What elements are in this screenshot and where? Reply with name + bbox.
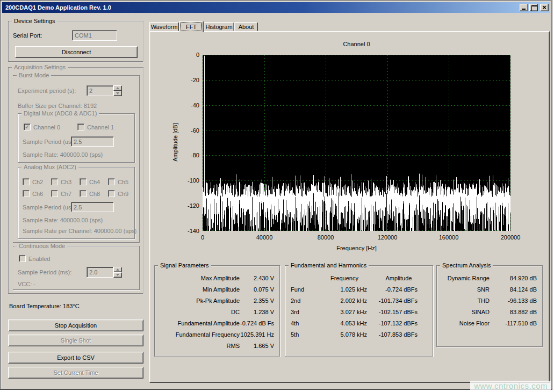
enabled-checkbox[interactable]: Enabled xyxy=(19,255,50,262)
minimize-button[interactable] xyxy=(520,4,528,11)
analog-mux-title: Analog Mux (ADC2) xyxy=(21,164,78,170)
serial-port-input[interactable] xyxy=(72,30,117,41)
tab-fft[interactable]: FFT xyxy=(179,21,204,32)
analog-sample-rate-per-channel-label: Sample Rate per Channel: 400000.00 (sps) xyxy=(23,228,136,234)
set-current-time-button[interactable]: Set Current Time xyxy=(8,367,143,379)
ch3-checkbox[interactable]: Ch3 xyxy=(51,178,71,185)
channel0-checkbox-box: ✓ xyxy=(24,124,31,130)
param-value: 1.665 V xyxy=(240,343,274,349)
channel0-checkbox[interactable]: ✓ Channel 0 xyxy=(24,124,60,130)
experiment-period-label: Experiment period (s): xyxy=(18,88,76,94)
param-label: Min Amplitude xyxy=(160,286,240,293)
device-settings-title: Device Settings xyxy=(12,18,57,24)
table-row: DC1.238 V xyxy=(155,306,279,317)
table-header-row: Frequency Amplitude xyxy=(285,272,433,284)
signal-parameters-title: Signal Parameters xyxy=(158,262,211,268)
param-label: Dynamic Range xyxy=(442,275,490,281)
header-frequency: Frequency xyxy=(318,275,375,281)
channel0-label: Channel 0 xyxy=(33,124,60,130)
x-tick-label: 160000 xyxy=(439,234,459,241)
table-row: Fund1.025 kHz-0.724 dBFs xyxy=(285,284,433,295)
ch9-checkbox[interactable]: Ch9 xyxy=(108,190,128,197)
param-label: Pk-Pk Amplitude xyxy=(160,297,240,304)
spin-down-icon[interactable] xyxy=(113,91,122,96)
burst-mode-title: Burst Mode xyxy=(17,72,51,78)
harmonic-amplitude: -107.853 dBFs xyxy=(375,331,427,338)
continuous-sample-period-input[interactable] xyxy=(87,267,113,278)
harmonics-group: Fundamental and Harmonics Frequency Ampl… xyxy=(285,265,433,357)
digital-sample-period-input[interactable] xyxy=(71,136,114,147)
window-controls xyxy=(520,4,550,11)
ch4-checkbox[interactable]: Ch4 xyxy=(80,178,100,185)
device-settings-group: Device Settings Serial Port: Disconnect xyxy=(8,21,143,62)
table-row: SNR84.124 dB xyxy=(437,284,542,295)
enabled-checkbox-box xyxy=(19,255,26,262)
param-value: 83.882 dB xyxy=(490,309,537,315)
param-value: -117.510 dB xyxy=(490,320,537,326)
burst-mode-group: Burst Mode Experiment period (s): Buffer… xyxy=(13,75,140,243)
ch6-checkbox[interactable]: Ch6 xyxy=(23,190,43,197)
maximize-button[interactable] xyxy=(529,4,538,11)
title-bar[interactable]: 200CDAQ1 Demo Application Rev. 1.0 xyxy=(2,2,550,13)
harmonic-name: Fund xyxy=(291,286,318,293)
continuous-sample-period-stepper xyxy=(87,267,122,278)
export-csv-button[interactable]: Export to CSV xyxy=(8,352,143,364)
harmonic-frequency: 4.053 kHz xyxy=(318,320,375,326)
ch7-checkbox[interactable]: Ch7 xyxy=(51,190,71,197)
continuous-sample-period-label: Sample Period (ms): xyxy=(18,269,71,275)
harmonic-frequency: 5.078 kHz xyxy=(318,331,375,338)
digital-mux-group: Digital Mux (ADC0 & ADC1) ✓ Channel 0 Ch… xyxy=(18,113,135,163)
param-label: RMS xyxy=(160,343,240,349)
ch9-checkbox-box xyxy=(108,190,115,197)
param-value: -0.724 dB Fs xyxy=(240,320,274,326)
ch5-checkbox[interactable]: Ch5 xyxy=(108,178,128,185)
tab-waveform[interactable]: Waveform xyxy=(149,22,179,31)
analog-sample-period-input[interactable] xyxy=(71,202,114,212)
disconnect-button[interactable]: Disconnect xyxy=(15,46,138,58)
ch4-label: Ch4 xyxy=(89,179,100,185)
ch7-checkbox-box xyxy=(51,190,58,197)
signal-parameters-group: Signal Parameters Max Amplitude2.430 V M… xyxy=(154,265,280,357)
spin-up-icon[interactable] xyxy=(113,85,122,91)
spectrum-analysis-title: Spectrum Analysis xyxy=(440,262,493,268)
table-row: RMS1.665 V xyxy=(155,340,279,351)
digital-mux-title: Digital Mux (ADC0 & ADC1) xyxy=(21,110,99,117)
channel1-checkbox[interactable]: Channel 1 xyxy=(77,124,114,130)
x-tick-label: 80000 xyxy=(318,234,334,241)
ch8-label: Ch8 xyxy=(89,191,100,197)
param-label: THD xyxy=(442,297,490,304)
spectrum-analysis-group: Spectrum Analysis Dynamic Range84.920 dB… xyxy=(436,265,543,347)
param-value: 1.238 V xyxy=(240,309,274,315)
harmonic-name: 3rd xyxy=(291,309,318,315)
tab-about[interactable]: About xyxy=(234,22,258,31)
close-button[interactable] xyxy=(540,4,549,11)
y-tick-label: -80 xyxy=(176,152,199,158)
chart-title: Channel 0 xyxy=(203,41,510,47)
param-value: 2.355 V xyxy=(240,297,274,304)
ch2-checkbox[interactable]: Ch2 xyxy=(23,178,43,185)
x-tick-label: 0 xyxy=(201,234,204,241)
ch4-checkbox-box xyxy=(80,178,87,185)
param-label: SINAD xyxy=(442,309,490,315)
digital-sample-rate-label: Sample Rate: 400000.00 (sps) xyxy=(23,151,103,158)
harmonic-amplitude: -102.157 dBFs xyxy=(375,309,427,315)
param-value: -96.133 dB xyxy=(490,297,537,304)
table-row: SINAD83.882 dB xyxy=(437,306,542,317)
channel1-checkbox-box xyxy=(77,124,84,130)
digital-sample-period-label: Sample Period (us): xyxy=(23,139,75,145)
analog-sample-rate-label: Sample Rate: 400000.00 (sps) xyxy=(23,217,103,223)
single-shot-button[interactable]: Single Shot xyxy=(8,335,143,346)
harmonic-name: 4th xyxy=(291,320,318,326)
tab-histogram[interactable]: Histogram xyxy=(204,22,234,31)
continuous-mode-group: Continuous Mode Enabled Sample Period (m… xyxy=(13,246,140,290)
spin-up-icon[interactable] xyxy=(113,267,122,272)
window-title: 200CDAQ1 Demo Application Rev. 1.0 xyxy=(5,4,111,11)
ch8-checkbox[interactable]: Ch8 xyxy=(80,190,100,197)
spin-down-icon[interactable] xyxy=(113,272,122,278)
experiment-period-input[interactable] xyxy=(87,85,113,96)
y-tick-label: -120 xyxy=(176,202,199,209)
stop-acquisition-button[interactable]: Stop Acquisition xyxy=(8,320,143,331)
y-tick-label: 0 xyxy=(176,52,199,58)
table-row: Pk-Pk Amplitude2.355 V xyxy=(155,295,279,306)
serial-port-label: Serial Port: xyxy=(13,32,42,39)
